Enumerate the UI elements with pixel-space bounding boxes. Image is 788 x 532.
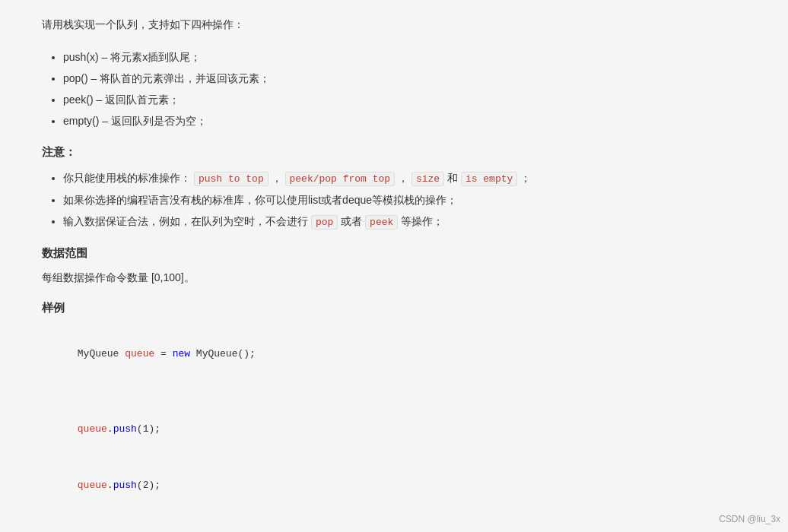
data-range-title: 数据范围 — [42, 246, 765, 261]
note-1-and: 和 — [447, 172, 461, 184]
list-item: push(x) – 将元素x插到队尾； — [63, 46, 765, 68]
note-1-pre: 你只能使用栈的标准操作： — [63, 172, 191, 184]
code-line-push1: queue.push(1); — [42, 401, 765, 458]
code-push-to-top: push to top — [194, 172, 268, 186]
code-pop: pop — [311, 215, 338, 230]
data-range-section: 数据范围 每组数据操作命令数量 [0,100]。 — [42, 246, 765, 287]
code-size: size — [411, 172, 444, 186]
note-title: 注意： — [42, 145, 765, 160]
code-line-1: MyQueue queue = new MyQueue(); — [42, 326, 765, 382]
note-3-pre: 输入数据保证合法，例如，在队列为空时，不会进行 — [63, 215, 311, 227]
note-item-3: 输入数据保证合法，例如，在队列为空时，不会进行 pop 或者 peek 等操作； — [63, 211, 765, 233]
watermark: CSDN @liu_3x — [719, 514, 780, 524]
notes-list: 你只能使用栈的标准操作： push to top ， peek/pop from… — [42, 167, 765, 233]
code-line-blank — [42, 382, 765, 401]
note-item-1: 你只能使用栈的标准操作： push to top ， peek/pop from… — [63, 167, 765, 189]
list-item: empty() – 返回队列是否为空； — [63, 110, 765, 131]
code-peek: peek — [365, 215, 398, 230]
note-3-post: 等操作； — [401, 215, 443, 227]
list-item: pop() – 将队首的元素弹出，并返回该元素； — [63, 68, 765, 89]
operations-list: push(x) – 将元素x插到队尾； pop() – 将队首的元素弹出，并返回… — [42, 46, 765, 131]
op-peek: peek() – 返回队首元素； — [63, 93, 180, 106]
data-range-text: 每组数据操作命令数量 [0,100]。 — [42, 268, 765, 287]
code-is-empty: is empty — [461, 172, 517, 186]
code-line-push2: queue.push(2); — [42, 458, 765, 514]
op-empty: empty() – 返回队列是否为空； — [63, 115, 207, 127]
separator-2: ， — [398, 172, 408, 184]
note-3-or: 或者 — [341, 215, 365, 227]
note-2-text: 如果你选择的编程语言没有栈的标准库，你可以使用list或者deque等模拟栈的操… — [63, 194, 457, 206]
op-pop: pop() – 将队首的元素弹出，并返回该元素； — [63, 72, 270, 84]
note-item-2: 如果你选择的编程语言没有栈的标准库，你可以使用list或者deque等模拟栈的操… — [63, 189, 765, 211]
separator-1: ， — [272, 172, 282, 184]
code-block: MyQueue queue = new MyQueue(); queue.pus… — [42, 323, 765, 532]
example-section: 样例 MyQueue queue = new MyQueue(); queue.… — [42, 301, 765, 532]
list-item: peek() – 返回队首元素； — [63, 89, 765, 110]
example-title: 样例 — [42, 301, 765, 315]
intro-text: 请用栈实现一个队列，支持如下四种操作： — [42, 15, 765, 34]
code-line-peek: queue.peek(); // returns 1 — [42, 514, 765, 532]
op-push: push(x) – 将元素x插到队尾； — [63, 51, 201, 63]
note-1-post: ； — [520, 172, 531, 184]
code-peek-pop: peek/pop from top — [285, 172, 396, 186]
